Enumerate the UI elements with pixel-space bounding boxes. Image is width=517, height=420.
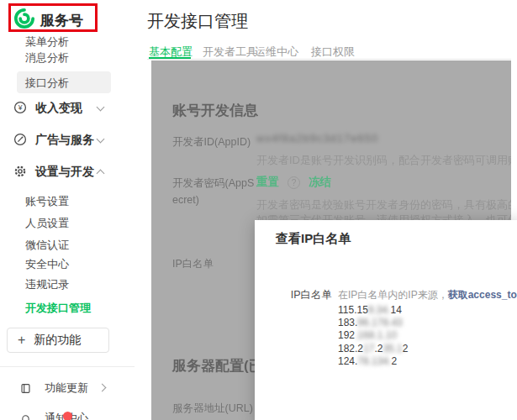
brand-name[interactable]: 服务号 (40, 11, 83, 30)
ip-row: 124.78.134.2 (338, 355, 408, 368)
sidebar-item-menu-analysis[interactable]: 菜单分析 (25, 34, 69, 50)
redacted-ip-segment: 17 (363, 343, 374, 354)
sidebar-section-label: 收入变现 (35, 101, 82, 116)
ip-row: 115.159.34.14 (338, 304, 408, 317)
server-url-label: 服务器地址(URL) (172, 400, 256, 417)
access-token-link[interactable]: 获取access_token (448, 289, 517, 301)
gear-icon (13, 165, 27, 178)
appsecret-label: 开发者密码(AppSecret) (172, 175, 256, 208)
sidebar-section-label: 广告与服务 (35, 133, 94, 148)
ip-list: 115.159.34.14 183.96.178.43 192.168.1.10… (338, 304, 408, 368)
section-title-account-dev-info: 账号开发信息 (172, 101, 258, 120)
freeze-button[interactable]: 冻结 (309, 175, 331, 190)
page-title: 开发接口管理 (147, 10, 248, 33)
redacted-ip-segment: 96.178.43 (357, 317, 402, 328)
modal-description: 在IP白名单内的IP来源，获取access_token接口才可调用成功。 (338, 288, 517, 302)
sidebar-item-staff-settings[interactable]: 人员设置 (25, 216, 69, 231)
doc-icon (20, 383, 31, 394)
redacted-ip-segment: .168.1.10 (355, 329, 397, 341)
new-feature-button[interactable]: + 新的功能 (7, 328, 109, 353)
ip-row: 182.217.235.12 (338, 343, 408, 355)
ip-segment: 2 (403, 343, 409, 354)
sidebar-item-account-settings[interactable]: 账号设置 (25, 194, 69, 209)
new-feature-label: 新的功能 (34, 333, 81, 348)
sidebar-section-settings-dev[interactable]: 设置与开发 (0, 163, 135, 181)
sidebar-item-feature-updates[interactable]: 功能更新 (20, 381, 88, 396)
ip-segment: 124. (338, 355, 357, 367)
sidebar-section-label: 设置与开发 (35, 165, 94, 180)
footer-item-label: 功能更新 (45, 381, 88, 396)
tab-api-permissions[interactable]: 接口权限 (311, 45, 355, 60)
sidebar-item-security-center[interactable]: 安全中心 (25, 257, 69, 272)
sidebar-section-ads-services[interactable]: 广告与服务 (0, 131, 135, 150)
ip-segment: 182.2 (338, 343, 363, 354)
chevron-up-icon (97, 170, 105, 178)
yen-circle-icon: ¥ (13, 101, 27, 114)
help-question-icon[interactable]: ? (288, 176, 300, 189)
chevron-right-icon (98, 384, 107, 392)
plus-icon: + (18, 333, 25, 348)
compass-icon (13, 133, 27, 146)
tab-developer-tools[interactable]: 开发者工具 (203, 45, 257, 60)
appid-description: 开发者ID是账号开发识别码，配合开发者密码可调用账号的接口能力。 (256, 153, 511, 168)
ip-segment: 192 (338, 329, 355, 341)
modal-field-label: IP白名单 (283, 288, 332, 302)
notification-badge (63, 412, 72, 420)
sidebar-item-wechat-verify[interactable]: 微信认证 (25, 238, 69, 253)
ip-row: 192.168.1.10 (338, 329, 408, 342)
reset-button[interactable]: 重置 (256, 175, 279, 190)
bell-icon (20, 413, 31, 420)
redacted-ip-segment: 35.1 (382, 343, 402, 354)
appid-masked-value: wx4f8a2b9c3d17e650 (256, 132, 378, 144)
sidebar-divider (0, 366, 135, 367)
sidebar: 服务号 菜单分析 消息分析 接口分析 ¥ 收入变现 广告与服务 设置与开发 账号… (0, 0, 135, 420)
ip-row: 183.96.178.43 (338, 317, 408, 329)
tab-ops-center[interactable]: 运维中心 (255, 45, 298, 60)
modal-desc-prefix: 在IP白名单内的IP来源， (338, 289, 448, 301)
official-account-logo-icon[interactable] (13, 8, 35, 29)
tabs-border (147, 59, 511, 60)
redacted-ip-segment: 9.34. (368, 304, 391, 316)
ip-segment: 115.15 (338, 304, 368, 316)
modal-title: 查看IP白名单 (276, 231, 351, 247)
sidebar-section-monetization[interactable]: ¥ 收入变现 (0, 99, 135, 118)
appid-label: 开发者ID(AppID) (172, 134, 256, 150)
sidebar-item-message-analysis[interactable]: 消息分析 (25, 50, 69, 66)
chevron-down-icon (97, 103, 105, 112)
ip-segment: .2 (374, 343, 382, 354)
ip-whitelist-label: IP白名单 (172, 255, 256, 272)
ip-segment: 14 (391, 304, 402, 316)
sidebar-item-notification-center[interactable]: 通知中心 (20, 411, 88, 420)
appsecret-actions: 重置 ? 冻结 (256, 175, 331, 190)
ip-segment: 2 (391, 355, 397, 367)
ip-segment: 183. (338, 317, 357, 328)
sidebar-item-api-analysis[interactable]: 接口分析 (25, 76, 69, 91)
sidebar-item-violation-records[interactable]: 违规记录 (25, 277, 69, 292)
sidebar-item-dev-api-management[interactable]: 开发接口管理 (25, 301, 91, 316)
appsecret-description-1: 开发者密码是校验账号开发者身份的密码，具有极高的安全性。切记勿把密码直接交给第三… (256, 197, 511, 213)
redacted-ip-segment: 78.134. (357, 355, 391, 367)
ip-whitelist-modal: 查看IP白名单 IP白名单 在IP白名单内的IP来源，获取access_toke… (255, 220, 517, 420)
chevron-down-icon (97, 135, 105, 144)
svg-text:¥: ¥ (18, 103, 23, 112)
